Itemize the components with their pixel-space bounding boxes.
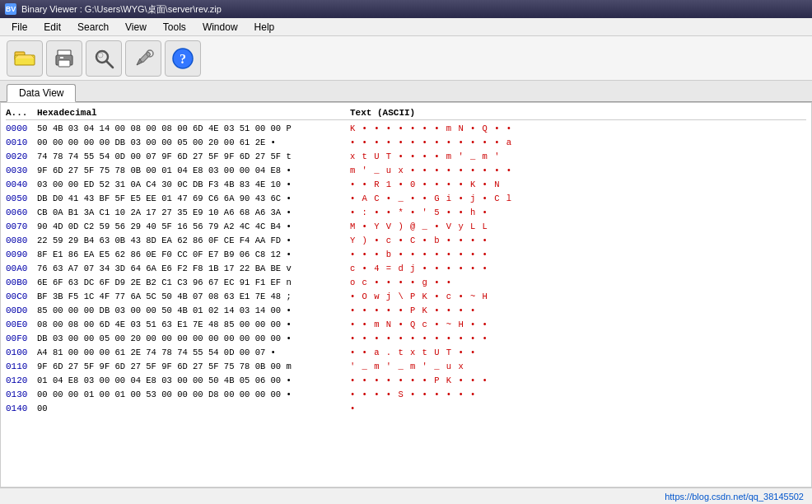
row-ascii: • • • • • P K • • • • bbox=[350, 304, 806, 318]
menu-tools[interactable]: Tools bbox=[155, 20, 194, 35]
menu-bar: File Edit Search View Tools Window Help bbox=[0, 18, 812, 36]
tab-dataview[interactable]: Data View bbox=[7, 84, 76, 102]
row-ascii: • bbox=[350, 402, 806, 416]
data-header: A... Hexadecimal Text (ASCII) bbox=[6, 106, 806, 120]
table-row: 00908F E1 86 EA E5 62 86 0E F0 CC 0F E7 … bbox=[6, 248, 806, 262]
row-hex: 8F E1 86 EA E5 62 86 0E F0 CC 0F E7 B9 0… bbox=[37, 248, 350, 262]
row-hex: DB 03 00 00 05 00 20 00 00 00 00 00 00 0… bbox=[37, 332, 350, 346]
row-addr: 00C0 bbox=[6, 290, 37, 304]
table-row: 00B06E 6F 63 DC 6F D9 2E B2 C1 C3 96 67 … bbox=[6, 276, 806, 290]
svg-line-7 bbox=[106, 61, 113, 68]
row-addr: 0090 bbox=[6, 248, 37, 262]
menu-search[interactable]: Search bbox=[69, 20, 117, 35]
table-row: 008022 59 29 B4 63 0B 43 8D EA 62 86 0F … bbox=[6, 234, 806, 248]
table-row: 014000• bbox=[6, 402, 806, 416]
row-addr: 0140 bbox=[6, 402, 37, 416]
row-hex: BF 3B F5 1C 4F 77 6A 5C 50 4B 07 08 63 E… bbox=[37, 290, 350, 304]
row-addr: 0130 bbox=[6, 388, 37, 402]
row-hex: 6E 6F 63 DC 6F D9 2E B2 C1 C3 96 67 EC 9… bbox=[37, 276, 350, 290]
row-hex: 08 00 08 00 6D 4E 03 51 63 E1 7E 48 85 0… bbox=[37, 318, 350, 332]
row-hex: 85 00 00 00 DB 03 00 00 50 4B 01 02 14 0… bbox=[37, 304, 350, 318]
row-addr: 0120 bbox=[6, 374, 37, 388]
data-rows-container: 000050 4B 03 04 14 00 08 00 08 00 6D 4E … bbox=[6, 122, 806, 416]
svg-rect-5 bbox=[60, 57, 63, 58]
menu-help[interactable]: Help bbox=[246, 20, 283, 35]
status-bar: https://blog.csdn.net/qq_38145502 bbox=[0, 488, 812, 504]
row-ascii: • • m N • Q c • ~ H • • bbox=[350, 318, 806, 332]
row-ascii: K • • • • • • • m N • Q • • bbox=[350, 122, 806, 136]
table-row: 00A076 63 A7 07 34 3D 64 6A E6 F2 F8 1B … bbox=[6, 262, 806, 276]
table-row: 0050DB D0 41 43 BF 5F E5 EE 01 47 69 C6 … bbox=[6, 192, 806, 206]
table-row: 00E008 00 08 00 6D 4E 03 51 63 E1 7E 48 … bbox=[6, 318, 806, 332]
row-hex: 9F 6D 27 5F 9F 6D 27 5F 9F 6D 27 5F 75 7… bbox=[37, 360, 350, 374]
help-icon: ? bbox=[171, 47, 194, 70]
title-bar: BV Binary Viewer : G:\Users\WYG\桌面\serve… bbox=[0, 0, 812, 18]
menu-window[interactable]: Window bbox=[194, 20, 246, 35]
row-addr: 00B0 bbox=[6, 276, 37, 290]
row-addr: 00E0 bbox=[6, 318, 37, 332]
row-ascii: • A C • _ • • G i • j • C l bbox=[350, 192, 806, 206]
print-icon bbox=[53, 47, 76, 70]
row-addr: 00A0 bbox=[6, 262, 37, 276]
row-ascii: • • • • • • • • • • • • bbox=[350, 332, 806, 346]
row-hex: 50 4B 03 04 14 00 08 00 08 00 6D 4E 03 5… bbox=[37, 122, 350, 136]
header-text: Text (ASCII) bbox=[350, 108, 806, 118]
search-toolbar-button[interactable] bbox=[86, 40, 122, 77]
row-addr: 0010 bbox=[6, 136, 37, 150]
print-button[interactable] bbox=[46, 40, 82, 77]
table-row: 013000 00 00 01 00 01 00 53 00 00 00 D8 … bbox=[6, 388, 806, 402]
table-row: 004003 00 00 ED 52 31 0A C4 30 0C DB F3 … bbox=[6, 178, 806, 192]
toolbar: ? bbox=[0, 36, 812, 81]
header-addr: A... bbox=[6, 108, 37, 118]
menu-file[interactable]: File bbox=[3, 20, 35, 35]
row-addr: 0110 bbox=[6, 360, 37, 374]
table-row: 007090 4D 0D C2 59 56 29 40 5F 16 56 79 … bbox=[6, 220, 806, 234]
svg-text:?: ? bbox=[180, 52, 186, 66]
row-hex: 76 63 A7 07 34 3D 64 6A E6 F2 F8 1B 17 2… bbox=[37, 262, 350, 276]
row-hex: 00 bbox=[37, 402, 350, 416]
tools-button[interactable] bbox=[125, 40, 161, 77]
row-ascii: • • • • S • • • • • • bbox=[350, 388, 806, 402]
row-addr: 0000 bbox=[6, 122, 37, 136]
row-hex: CB 0A B1 3A C1 10 2A 17 27 35 E9 10 A6 6… bbox=[37, 206, 350, 220]
row-ascii: • • R 1 • 0 • • • • K • N bbox=[350, 178, 806, 192]
row-addr: 0070 bbox=[6, 220, 37, 234]
menu-edit[interactable]: Edit bbox=[35, 20, 69, 35]
row-ascii: m ' _ u x • • • • • • • • • bbox=[350, 164, 806, 178]
row-hex: A4 81 00 00 00 61 2E 74 78 74 55 54 0D 0… bbox=[37, 346, 350, 360]
row-addr: 0040 bbox=[6, 178, 37, 192]
table-row: 01109F 6D 27 5F 9F 6D 27 5F 9F 6D 27 5F … bbox=[6, 360, 806, 374]
app-icon: BV bbox=[5, 3, 16, 15]
row-ascii: • • a . t x t U T • • bbox=[350, 346, 806, 360]
tab-area: Data View bbox=[0, 81, 812, 102]
table-row: 0100A4 81 00 00 00 61 2E 74 78 74 55 54 … bbox=[6, 346, 806, 360]
table-row: 0060CB 0A B1 3A C1 10 2A 17 27 35 E9 10 … bbox=[6, 206, 806, 220]
row-hex: 00 00 00 01 00 01 00 53 00 00 00 D8 00 0… bbox=[37, 388, 350, 402]
row-ascii: • • • • • • • P K • • • bbox=[350, 374, 806, 388]
row-addr: 00D0 bbox=[6, 304, 37, 318]
table-row: 000050 4B 03 04 14 00 08 00 08 00 6D 4E … bbox=[6, 122, 806, 136]
title-text: Binary Viewer : G:\Users\WYG\桌面\server\r… bbox=[21, 3, 222, 16]
row-hex: 01 04 E8 03 00 00 04 E8 03 00 00 50 4B 0… bbox=[37, 374, 350, 388]
search-icon bbox=[92, 47, 115, 70]
table-row: 001000 00 00 00 00 DB 03 00 00 05 00 20 … bbox=[6, 136, 806, 150]
row-ascii: ' _ m ' _ m ' _ u x bbox=[350, 360, 806, 374]
open-icon bbox=[13, 47, 36, 70]
table-row: 002074 78 74 55 54 0D 00 07 9F 6D 27 5F … bbox=[6, 150, 806, 164]
main-content: A... Hexadecimal Text (ASCII) 000050 4B … bbox=[0, 102, 812, 488]
menu-view[interactable]: View bbox=[117, 20, 155, 35]
row-hex: DB D0 41 43 BF 5F E5 EE 01 47 69 C6 6A 9… bbox=[37, 192, 350, 206]
row-ascii: • • • b • • • • • • • • bbox=[350, 248, 806, 262]
help-button[interactable]: ? bbox=[165, 40, 201, 77]
row-hex: 74 78 74 55 54 0D 00 07 9F 6D 27 5F 9F 6… bbox=[37, 150, 350, 164]
table-row: 00C0BF 3B F5 1C 4F 77 6A 5C 50 4B 07 08 … bbox=[6, 290, 806, 304]
table-row: 012001 04 E8 03 00 00 04 E8 03 00 00 50 … bbox=[6, 374, 806, 388]
table-row: 00D085 00 00 00 DB 03 00 00 50 4B 01 02 … bbox=[6, 304, 806, 318]
open-button[interactable] bbox=[7, 40, 43, 77]
row-ascii: • O w j \ P K • c • ~ H bbox=[350, 290, 806, 304]
header-hex: Hexadecimal bbox=[37, 108, 350, 118]
row-hex: 9F 6D 27 5F 75 78 0B 00 01 04 E8 03 00 0… bbox=[37, 164, 350, 178]
tools-icon bbox=[132, 47, 155, 70]
row-addr: 0080 bbox=[6, 234, 37, 248]
status-url: https://blog.csdn.net/qq_38145502 bbox=[665, 492, 804, 502]
